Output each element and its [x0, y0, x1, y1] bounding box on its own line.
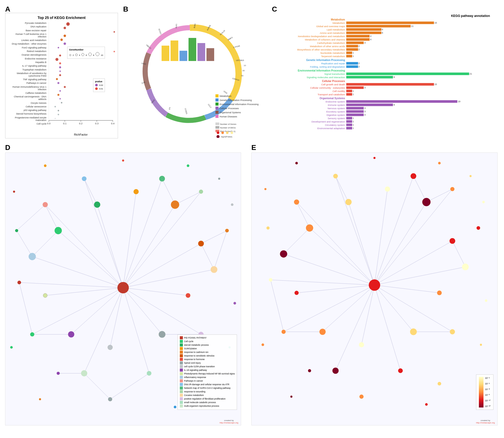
pathway-label-14: IL-17 signaling pathway — [7, 65, 46, 67]
svg-point-213 — [450, 238, 455, 244]
svg-rect-75 — [215, 103, 219, 106]
cat-genetic-label: Genetic Information Processing — [280, 59, 346, 62]
svg-point-43 — [95, 87, 98, 90]
svg-text:MMP3: MMP3 — [228, 36, 233, 40]
nervous-label: Nervous system — [280, 107, 346, 110]
svg-point-153 — [82, 176, 86, 181]
small-molecule-color — [180, 401, 183, 404]
g2m-label: cell cycle G2/M phase transition — [184, 365, 215, 368]
svg-point-93 — [226, 131, 229, 134]
color-gradient-bar — [479, 377, 483, 408]
svg-point-167 — [231, 203, 233, 206]
row-circulatory: Circulatory system 1 — [280, 123, 492, 126]
panel-b: B KLHL24 MMP3 CYP2A6 UGT2B15 CD — [123, 5, 267, 138]
row-cell-motility: Cell motility 1 — [280, 89, 492, 93]
global-maps-bar-fill — [346, 25, 411, 27]
svg-text:Cellular Processes: Cellular Processes — [220, 107, 239, 110]
il18-color — [180, 369, 183, 372]
panel-d-created-by: created by http://metascape.org — [220, 419, 238, 424]
svg-point-160 — [30, 332, 34, 337]
svg-point-145 — [198, 241, 204, 246]
endocrine-label: Endocrine system — [280, 100, 346, 103]
circulatory-bar-fill — [346, 124, 352, 126]
folding-bar-fill — [346, 65, 358, 68]
row-xenobiotics: Xenobiotics biodegradation and metabolis… — [280, 35, 492, 38]
development-bar: 1 — [346, 120, 492, 123]
pvalue-high-icon — [95, 84, 98, 87]
pathway-label-25: Pyruvate metabolism — [7, 22, 46, 25]
secondary-metab-label: Biosynthesis of other secondary metaboli… — [280, 48, 346, 51]
panel-d: D — [5, 144, 241, 425]
wounding-color — [180, 390, 183, 393]
terpenoid-label: Terpenoid metabolism — [280, 55, 346, 58]
svg-point-238 — [373, 157, 375, 159]
cofactors-label: Metabolism of cofactors and vitamins — [280, 38, 346, 41]
category-genetic: Genetic Information Processing — [280, 59, 492, 62]
terpenoid-val: 1 — [353, 55, 354, 57]
il18-label: IL-18 signaling pathway — [184, 369, 207, 371]
svg-text:CCL2: CCL2 — [207, 104, 212, 108]
metabolism-val: 15 — [434, 22, 437, 24]
svg-point-148 — [107, 345, 113, 350]
panel-e-url: http://metascape.org — [476, 422, 495, 424]
svg-point-19 — [114, 51, 115, 52]
signal-transduction-val: 21 — [470, 73, 472, 75]
svg-point-234 — [438, 382, 441, 385]
cell-motility-bar-fill — [346, 90, 352, 92]
svg-text:Metabolism: Metabolism — [220, 95, 231, 97]
svg-point-236 — [470, 175, 472, 177]
kegg-chart-title: KEGG pathway annotation — [280, 14, 492, 18]
sars-color — [180, 386, 183, 390]
nucleotide-val: 1 — [353, 52, 354, 54]
svg-line-125 — [84, 179, 97, 205]
cell-cycle-legend-label: Cell cycle — [184, 340, 193, 343]
svg-point-242 — [480, 344, 482, 346]
svg-point-232 — [359, 395, 363, 399]
pathways-cancer-color — [180, 379, 183, 382]
svg-point-165 — [57, 372, 60, 375]
svg-point-20 — [59, 55, 61, 57]
size-2-icon — [69, 54, 72, 56]
svg-point-215 — [410, 328, 417, 335]
svg-line-113 — [45, 205, 123, 288]
pathway-label-18: Retinol metabolism — [7, 50, 46, 53]
svg-point-35 — [58, 114, 59, 115]
svg-line-136 — [110, 373, 149, 399]
svg-point-36 — [55, 118, 56, 119]
svg-text:10: 10 — [244, 64, 246, 67]
pathway-label-22: Human T-cell leukemia virus 1 infection — [7, 33, 46, 38]
svg-text:0.1: 0.1 — [63, 122, 66, 125]
svg-text:Number of Genes: Number of Genes — [220, 123, 236, 125]
cofactors-bar: 4 — [346, 38, 492, 41]
svg-point-208 — [369, 279, 380, 291]
row-replication: Replication and repair 2 — [280, 62, 492, 65]
row-metabolism: Metabolism 15 — [280, 21, 492, 24]
nucleotide-label: Nucleotide metabolism — [280, 52, 346, 54]
hormone-label: response to hormone — [184, 358, 205, 361]
circulatory-label: Circulatory system — [280, 124, 346, 126]
svg-point-91 — [217, 131, 219, 134]
row-digestive: Digestive system 3 — [280, 113, 492, 116]
signaling-molecules-label: Signaling molecules and interaction — [280, 76, 346, 79]
svg-point-92 — [221, 131, 224, 134]
cell-growth-val: 15 — [434, 83, 437, 86]
inflammatory-label: inflammatory response — [184, 376, 206, 379]
xenobiotics-val: 4 — [370, 35, 371, 37]
signaling-molecules-bar-fill — [346, 76, 393, 78]
cat-metabolism-label: Metabolism — [280, 18, 346, 21]
panel-e-label: E — [251, 144, 256, 152]
pvalue-low-icon — [95, 87, 98, 90]
size-6-label: 6 — [86, 54, 87, 56]
svg-text:30: 30 — [242, 69, 245, 72]
svg-point-147 — [159, 331, 165, 338]
cat-env-label: Environmental Information Processing — [280, 69, 346, 72]
svg-point-37 — [70, 54, 71, 56]
svg-line-199 — [297, 202, 310, 228]
svg-line-200 — [284, 228, 310, 254]
row-carbohydrate: Carbohydrate metabolism 3 — [280, 41, 492, 44]
digestive-bar: 3 — [346, 113, 492, 116]
pathway-label-9: Human immunodeficiency virus 1 infection — [7, 86, 46, 91]
kegg-chart: KEGG pathway annotation Metabolism Metab… — [280, 13, 492, 136]
immune-bar-fill — [346, 104, 393, 106]
photodynamic-color — [180, 372, 183, 375]
